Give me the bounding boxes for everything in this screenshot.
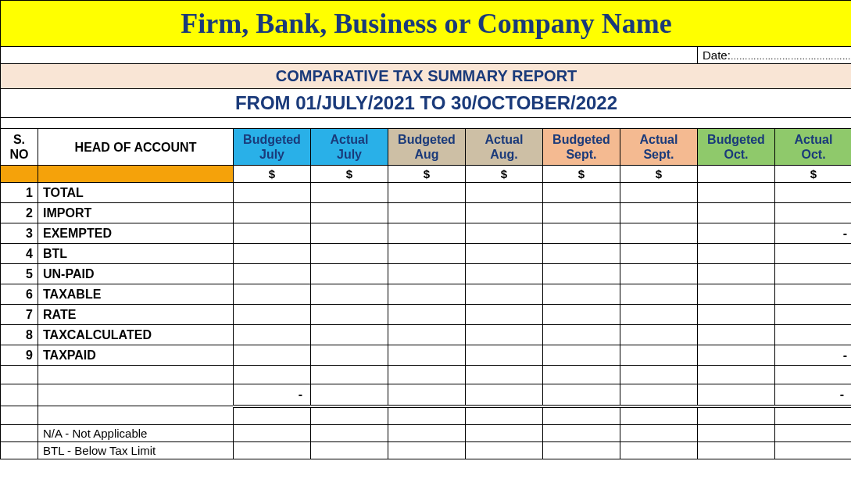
value-cell[interactable] — [466, 345, 543, 366]
value-cell[interactable] — [620, 223, 698, 244]
value-cell[interactable] — [466, 203, 543, 223]
value-cell[interactable] — [388, 223, 466, 244]
value-cell[interactable] — [698, 264, 775, 284]
value-cell[interactable] — [466, 183, 543, 203]
value-cell[interactable] — [543, 203, 620, 223]
value-cell[interactable] — [775, 325, 852, 345]
value-cell[interactable] — [311, 284, 388, 305]
value-cell[interactable]: - — [775, 345, 852, 366]
account-name-cell: TAXPAID — [38, 345, 234, 366]
value-cell[interactable] — [311, 264, 388, 284]
currency-cell[interactable]: $ — [388, 166, 466, 183]
value-cell[interactable] — [234, 244, 311, 264]
value-cell[interactable] — [311, 305, 388, 325]
table-row: 6TAXABLE — [1, 284, 852, 305]
sno-cell: 2 — [1, 203, 38, 223]
value-cell[interactable] — [698, 305, 775, 325]
value-cell[interactable] — [543, 244, 620, 264]
currency-cell[interactable]: $ — [775, 166, 852, 183]
header-actual-sept: ActualSept. — [620, 129, 698, 166]
value-cell[interactable] — [775, 264, 852, 284]
currency-cell[interactable] — [698, 166, 775, 183]
currency-cell[interactable]: $ — [620, 166, 698, 183]
sno-cell: 4 — [1, 244, 38, 264]
value-cell[interactable] — [388, 345, 466, 366]
value-cell[interactable] — [775, 284, 852, 305]
account-name-cell: IMPORT — [38, 203, 234, 223]
value-cell[interactable] — [543, 223, 620, 244]
value-cell[interactable] — [466, 264, 543, 284]
value-cell[interactable] — [466, 244, 543, 264]
value-cell[interactable] — [388, 264, 466, 284]
value-cell[interactable] — [620, 345, 698, 366]
value-cell[interactable] — [234, 305, 311, 325]
value-cell[interactable] — [775, 203, 852, 223]
value-cell[interactable] — [775, 244, 852, 264]
value-cell[interactable] — [466, 223, 543, 244]
value-cell[interactable] — [311, 183, 388, 203]
value-cell[interactable] — [388, 203, 466, 223]
value-cell[interactable] — [234, 284, 311, 305]
currency-cell[interactable]: $ — [466, 166, 543, 183]
total-cell[interactable] — [466, 384, 543, 406]
value-cell[interactable] — [698, 284, 775, 305]
total-cell[interactable]: - — [775, 384, 852, 406]
value-cell[interactable] — [775, 305, 852, 325]
value-cell[interactable] — [775, 183, 852, 203]
total-cell[interactable] — [698, 384, 775, 406]
total-cell[interactable]: - — [234, 384, 311, 406]
value-cell[interactable] — [620, 264, 698, 284]
value-cell[interactable] — [311, 203, 388, 223]
currency-cell[interactable]: $ — [543, 166, 620, 183]
value-cell[interactable] — [234, 264, 311, 284]
value-cell[interactable] — [388, 305, 466, 325]
value-cell[interactable] — [543, 345, 620, 366]
value-cell[interactable] — [543, 264, 620, 284]
legend-btl: BTL - Below Tax Limit — [38, 442, 234, 459]
value-cell[interactable] — [698, 223, 775, 244]
value-cell[interactable] — [698, 345, 775, 366]
value-cell[interactable] — [234, 203, 311, 223]
value-cell[interactable] — [388, 325, 466, 345]
value-cell[interactable] — [543, 183, 620, 203]
currency-cell[interactable]: $ — [234, 166, 311, 183]
value-cell[interactable] — [388, 183, 466, 203]
value-cell[interactable] — [620, 183, 698, 203]
value-cell[interactable] — [698, 203, 775, 223]
value-cell[interactable] — [311, 345, 388, 366]
header-actual-oct: ActualOct. — [775, 129, 852, 166]
total-cell[interactable] — [543, 384, 620, 406]
value-cell[interactable] — [234, 183, 311, 203]
value-cell[interactable] — [311, 244, 388, 264]
value-cell[interactable] — [620, 284, 698, 305]
value-cell[interactable] — [466, 284, 543, 305]
value-cell[interactable] — [234, 325, 311, 345]
value-cell[interactable] — [466, 305, 543, 325]
value-cell[interactable] — [234, 345, 311, 366]
value-cell[interactable]: - — [775, 223, 852, 244]
value-cell[interactable] — [620, 305, 698, 325]
value-cell[interactable] — [698, 244, 775, 264]
table-row: 2IMPORT — [1, 203, 852, 223]
currency-cell[interactable]: $ — [311, 166, 388, 183]
currency-sno-cell[interactable] — [1, 166, 38, 183]
value-cell[interactable] — [620, 244, 698, 264]
total-cell[interactable] — [620, 384, 698, 406]
value-cell[interactable] — [388, 244, 466, 264]
value-cell[interactable] — [388, 284, 466, 305]
currency-head-cell[interactable] — [38, 166, 234, 183]
value-cell[interactable] — [311, 223, 388, 244]
value-cell[interactable] — [620, 325, 698, 345]
value-cell[interactable] — [543, 325, 620, 345]
value-cell[interactable] — [234, 223, 311, 244]
value-cell[interactable] — [698, 325, 775, 345]
value-cell[interactable] — [311, 325, 388, 345]
value-cell[interactable] — [620, 203, 698, 223]
total-cell[interactable] — [388, 384, 466, 406]
total-cell[interactable] — [311, 384, 388, 406]
value-cell[interactable] — [698, 183, 775, 203]
value-cell[interactable] — [543, 305, 620, 325]
date-value[interactable]: ………………………………………………… — [731, 52, 851, 61]
value-cell[interactable] — [466, 325, 543, 345]
value-cell[interactable] — [543, 284, 620, 305]
